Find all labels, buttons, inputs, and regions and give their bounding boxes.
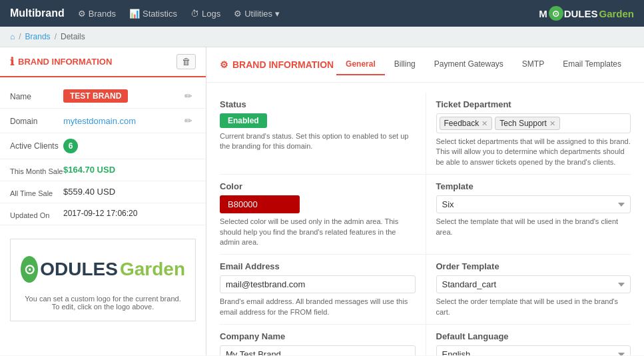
- status-label: Status: [220, 99, 416, 109]
- active-count-badge: 6: [63, 139, 78, 153]
- logs-icon: ⏱: [190, 9, 199, 19]
- updated-time: 2017-09-12 17:06:20: [63, 209, 137, 218]
- info-icon: ℹ: [10, 55, 14, 68]
- this-month-amount: $164.70 USD: [63, 165, 115, 175]
- tab-billing[interactable]: Billing: [385, 54, 425, 75]
- settings-icon: ⚙: [220, 59, 228, 70]
- breadcrumb-details: Details: [61, 32, 85, 41]
- active-value: 6: [63, 139, 196, 153]
- utilities-icon: ⚙: [234, 9, 242, 19]
- chevron-down-icon: ▾: [275, 9, 280, 19]
- logo-garden: Garden: [599, 8, 634, 19]
- this-month-value: $164.70 USD: [63, 165, 196, 175]
- breadcrumb-brands[interactable]: Brands: [25, 32, 51, 41]
- left-panel-header: ℹ BRAND INFORMATION 🗑: [0, 47, 206, 77]
- this-month-label: This Month Sale: [10, 165, 63, 175]
- logo-m-icon: ⊙: [549, 6, 563, 21]
- field-color: Color B80000 Selected color will be used…: [220, 175, 426, 255]
- right-panel-title: ⚙ BRAND INFORMATION: [220, 59, 334, 70]
- logo-caption: You can set a custom logo for the curren…: [21, 295, 185, 311]
- navbar: Multibrand ⚙ Brands 📊 Statistics ⏱ Logs …: [0, 0, 644, 27]
- field-order-template: Order Template Standard_cart Select the …: [426, 255, 631, 325]
- all-time-amount: $559.40 USD: [63, 187, 115, 197]
- color-label: Color: [220, 181, 416, 191]
- updated-value: 2017-09-12 17:06:20: [63, 209, 196, 218]
- template-select[interactable]: Six: [436, 195, 631, 213]
- email-input[interactable]: [220, 275, 416, 293]
- domain-text: mytestdomain.com: [63, 116, 136, 126]
- company-name-input[interactable]: [220, 345, 416, 355]
- name-edit-icon[interactable]: ✏: [181, 89, 196, 103]
- template-label: Template: [436, 181, 631, 191]
- active-label: Active Clients: [10, 139, 63, 151]
- tab-payment-gateways[interactable]: Payment Gateways: [425, 54, 513, 75]
- all-time-value: $559.40 USD: [63, 187, 196, 197]
- all-time-label: All Time Sale: [10, 187, 63, 197]
- color-picker[interactable]: B80000: [220, 195, 300, 213]
- ticket-dept-desc: Select ticket departments that will be a…: [436, 137, 631, 167]
- left-panel: ℹ BRAND INFORMATION 🗑 Name TEST BRAND ✏ …: [0, 47, 206, 355]
- tag-feedback-close[interactable]: ✕: [482, 119, 487, 128]
- tab-email-templates[interactable]: Email Templates: [553, 54, 631, 75]
- info-row-domain: Domain mytestdomain.com ✏: [0, 109, 206, 133]
- breadcrumb: ⌂ / Brands / Details: [0, 27, 644, 47]
- delete-button[interactable]: 🗑: [176, 54, 196, 69]
- logo-text-big: ODULES: [40, 259, 118, 280]
- brand-logo-box[interactable]: ⊙ ODULES Garden You can set a custom log…: [10, 239, 196, 321]
- domain-edit-icon[interactable]: ✏: [181, 114, 196, 127]
- right-panel-header: ⚙ BRAND INFORMATION General Billing Paym…: [206, 47, 644, 83]
- tab-group: General Billing Payment Gateways SMTP Em…: [336, 54, 631, 75]
- status-desc: Current brand's status. Set this option …: [220, 131, 416, 152]
- breadcrumb-home[interactable]: ⌂: [10, 32, 15, 41]
- field-email: Email Address Brand's email address. All…: [220, 255, 426, 325]
- name-label: Name: [10, 89, 63, 101]
- info-row-updated: Updated On 2017-09-12 17:06:20: [0, 203, 206, 225]
- tag-tech-support-close[interactable]: ✕: [549, 119, 555, 128]
- field-company-name: Company Name This is the name that will …: [220, 325, 426, 355]
- navbar-left: Multibrand ⚙ Brands 📊 Statistics ⏱ Logs …: [10, 7, 280, 19]
- order-template-select[interactable]: Standard_cart: [436, 275, 631, 293]
- brand-name-badge: TEST BRAND: [63, 89, 128, 103]
- navbar-item-statistics[interactable]: 📊 Statistics: [129, 9, 177, 19]
- company-name-label: Company Name: [220, 331, 416, 341]
- logo-m-big-icon: ⊙: [21, 256, 38, 283]
- navbar-item-logs[interactable]: ⏱ Logs: [190, 9, 220, 19]
- tag-tech-support: Tech Support ✕: [495, 117, 560, 130]
- field-status: Status Enabled Current brand's status. S…: [220, 93, 426, 175]
- updated-label: Updated On: [10, 209, 63, 219]
- field-template: Template Six Select the template that wi…: [426, 175, 631, 255]
- field-ticket-department: Ticket Department Feedback ✕ Tech Suppor…: [426, 93, 631, 175]
- navbar-item-utilities[interactable]: ⚙ Utilities ▾: [234, 9, 280, 19]
- main-content: ℹ BRAND INFORMATION 🗑 Name TEST BRAND ✏ …: [0, 47, 644, 355]
- field-default-language: Default Language English Selected the la…: [426, 325, 631, 355]
- info-row-this-month: This Month Sale $164.70 USD: [0, 159, 206, 181]
- status-toggle[interactable]: Enabled: [220, 113, 267, 128]
- order-template-desc: Select the order template that will be u…: [436, 297, 631, 317]
- navbar-logo: M ⊙ DULES Garden: [539, 6, 634, 21]
- ticket-dept-label: Ticket Department: [436, 99, 631, 109]
- template-desc: Select the template that will be used in…: [436, 217, 631, 237]
- info-table: Name TEST BRAND ✏ Domain mytestdomain.co…: [0, 77, 206, 232]
- tab-smtp[interactable]: SMTP: [513, 54, 553, 75]
- logo-box-inner: ⊙ ODULES Garden: [21, 249, 185, 289]
- tab-general[interactable]: General: [336, 54, 385, 75]
- domain-label: Domain: [10, 114, 63, 126]
- navbar-brand[interactable]: Multibrand: [10, 7, 65, 19]
- tag-feedback: Feedback ✕: [440, 117, 493, 130]
- right-content: Status Enabled Current brand's status. S…: [206, 83, 644, 355]
- info-row-name: Name TEST BRAND ✏: [0, 84, 206, 109]
- status-row: Enabled: [220, 113, 416, 128]
- brands-icon: ⚙: [78, 9, 86, 19]
- domain-value: mytestdomain.com ✏: [63, 114, 196, 127]
- info-row-active: Active Clients 6: [0, 133, 206, 159]
- ticket-dept-tags[interactable]: Feedback ✕ Tech Support ✕: [436, 113, 631, 133]
- default-language-select[interactable]: English: [436, 345, 631, 355]
- name-value: TEST BRAND ✏: [63, 89, 196, 103]
- navbar-item-brands[interactable]: ⚙ Brands: [78, 9, 116, 19]
- logo-garden-big: Garden: [120, 259, 185, 280]
- default-language-label: Default Language: [436, 331, 631, 341]
- info-row-all-time: All Time Sale $559.40 USD: [0, 181, 206, 203]
- right-panel: ⚙ BRAND INFORMATION General Billing Paym…: [206, 47, 644, 355]
- email-desc: Brand's email address. All branded messa…: [220, 297, 416, 317]
- order-template-label: Order Template: [436, 261, 631, 271]
